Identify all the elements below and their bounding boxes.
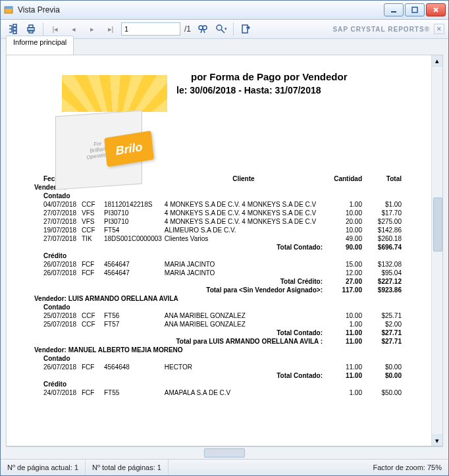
svg-point-11 [203,26,207,30]
tab-main-report[interactable]: Informe principal [6,36,74,55]
subtotal-row: Total Contado:90.00$696.74 [33,243,403,251]
status-page-total: Nº total de páginas: 1 [86,460,169,475]
section-row: Contado [33,354,403,363]
hscroll-thumb[interactable] [204,448,245,458]
window-buttons [384,3,446,16]
report-logo: For Brilliant Operations Brilo [33,75,171,194]
section-row: Crédito [33,380,403,388]
brand-block: SAP CRYSTAL REPORTS® ✕ [332,24,444,34]
nav-last-button[interactable]: ▸| [103,21,119,37]
svg-rect-1 [5,7,13,9]
tabs-row: Informe principal [1,39,448,55]
col-cantidad: Cantidad [324,174,363,183]
svg-rect-13 [242,25,248,33]
status-zoom: Factor de zoom: 75% [366,460,448,475]
find-button[interactable] [195,21,211,37]
window-title: Vista Previa [18,5,384,14]
nav-first-button[interactable]: |◂ [47,21,63,37]
data-row: 27/07/2018VFSPI307104 MONKEYS S.A DE C.V… [33,209,403,217]
data-row: 26/07/2018FCF4564648HECTOR11.00$0.00 [33,363,403,371]
group-tree-button[interactable] [5,21,20,37]
subtotal-row: Total Contado:11.00$0.00 [33,371,403,380]
brand-label: SAP CRYSTAL REPORTS® [332,26,430,33]
horizontal-scrollbar[interactable] [6,446,443,459]
page-number-input[interactable] [121,22,180,36]
vertical-scrollbar[interactable]: ▴ ▾ [431,55,442,446]
toolbar-separator [43,22,43,36]
data-row: 26/07/2018FCF4564647MARIA JACINTO12.00$9… [33,269,403,277]
svg-rect-6 [13,31,16,34]
svg-rect-5 [13,28,16,30]
section-row: Crédito [33,251,403,260]
svg-rect-4 [13,24,16,27]
statusbar: Nº de página actual: 1 Nº total de págin… [1,459,448,475]
maximize-button[interactable] [405,3,425,16]
group-total-row: Total para <Sin Vendedor Asignado>:117.0… [33,286,403,294]
data-row: 27/07/2018VFSPI307104 MONKEYS S.A DE C.V… [33,217,403,226]
svg-rect-8 [29,25,33,28]
svg-rect-9 [29,30,33,33]
data-row: 24/07/2018FCFFT55AMAPALA S.A DE C.V1.00$… [33,388,403,397]
nav-next-button[interactable]: ▸ [84,21,100,37]
page-total-label: /1 [183,24,192,34]
svg-point-12 [217,25,222,30]
scroll-thumb[interactable] [433,198,442,251]
titlebar: Vista Previa [1,1,448,20]
data-row: 19/07/2018CCFFT54ALIMEURO S.A DE C.V.10.… [33,226,403,234]
data-row: 26/07/2018FCF4564647MARIA JACINTO15.00$1… [33,260,403,269]
col-total: Total [363,174,403,183]
data-row: 27/07/2018TIK18DS001C0000003Clientes Var… [33,234,403,243]
vendor-row: Vendedor: LUIS ARMANDO ORELLANA AVILA [33,294,403,303]
close-button[interactable] [426,3,446,16]
report-page: For Brilliant Operations Brilo por Forma… [14,71,416,404]
app-icon [3,5,14,15]
subtotal-row: Total Crédito:27.00$227.12 [33,277,403,286]
app-window: Vista Previa |◂ ◂ ▸ ▸| /1 ▾ SAP CRYSTAL … [0,0,449,476]
svg-point-10 [199,26,203,30]
minimize-button[interactable] [384,3,404,16]
toolbar-separator-2 [233,22,234,36]
zoom-button[interactable]: ▾ [213,21,229,37]
viewer-scroll[interactable]: For Brilliant Operations Brilo por Forma… [7,55,442,446]
report-table: Fecha Tipo Num. Doc. Cliente Cantidad To… [33,174,403,397]
group-total-row: Total para LUIS ARMANDO ORELLANA AVILA :… [33,337,403,346]
scroll-down-button[interactable]: ▾ [432,435,442,446]
print-button[interactable] [23,21,39,37]
svg-rect-3 [412,7,417,13]
status-page-current: Nº de página actual: 1 [1,460,86,475]
data-row: 25/07/2018CCFFT57ANA MARIBEL GONZALEZ1.0… [33,320,403,329]
col-cliente: Cliente [163,174,324,183]
data-row: 25/07/2018CCFFT56ANA MARIBEL GONZALEZ10.… [33,311,403,320]
brand-close-icon[interactable]: ✕ [434,24,444,34]
nav-prev-button[interactable]: ◂ [66,21,82,37]
subtotal-row: Total Contado:11.00$27.71 [33,329,403,337]
export-button[interactable] [238,21,253,37]
data-row: 04/07/2018CCF181120142218S4 MONKEYS S.A … [33,200,403,209]
vendor-row: Vendedor: MANUEL ALBERTO MEJIA MORENO [33,346,403,354]
report-viewer: For Brilliant Operations Brilo por Forma… [6,55,443,446]
section-row: Contado [33,303,403,311]
scroll-up-button[interactable]: ▴ [432,55,442,66]
